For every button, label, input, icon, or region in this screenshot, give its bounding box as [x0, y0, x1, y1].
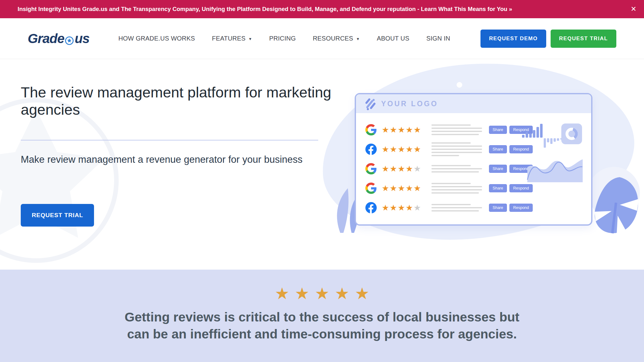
dashboard-illustration: YOUR LOGO ★★★★★ShareRespond★★★★★ShareRes… — [330, 59, 644, 270]
nav-item-about-us[interactable]: ABOUT US — [377, 35, 409, 42]
share-button: Share — [489, 145, 507, 153]
nav-item-features[interactable]: FEATURES▼ — [212, 35, 252, 42]
placeholder-line — [431, 124, 471, 126]
share-button: Share — [489, 184, 507, 192]
row-star-rating: ★★★★★ — [382, 126, 429, 134]
nav-item-label: HOW GRADE.US WORKS — [118, 35, 195, 42]
your-logo-label: YOUR LOGO — [381, 100, 438, 108]
review-row: ★★★★★ShareRespond — [365, 120, 533, 140]
rating-stars: ★★★★★ — [0, 285, 644, 302]
grade-us-logo[interactable]: Grade us — [28, 31, 89, 46]
star-filled-icon: ★ — [382, 203, 390, 212]
star-filled-icon: ★ — [406, 125, 414, 134]
star-filled-icon: ★ — [398, 145, 406, 154]
review-text-placeholder — [431, 140, 482, 158]
placeholder-line — [431, 131, 482, 132]
facebook-icon — [365, 202, 377, 213]
close-icon[interactable]: ✕ — [631, 6, 636, 13]
donut-chart — [564, 126, 579, 141]
placeholder-line — [431, 149, 482, 150]
hero-title: The review management platform for marke… — [21, 84, 338, 118]
respond-button: Respond — [509, 204, 533, 212]
logo-text-grade: Grade — [28, 31, 64, 46]
request-demo-button[interactable]: REQUEST DEMO — [480, 30, 546, 48]
share-button: Share — [489, 126, 507, 134]
main-navigation: Grade us HOW GRADE.US WORKSFEATURES▼PRIC… — [0, 18, 644, 59]
review-list: ★★★★★ShareRespond★★★★★ShareRespond★★★★★S… — [365, 120, 533, 217]
hero-request-trial-button[interactable]: REQUEST TRIAL — [21, 204, 94, 227]
placeholder-line — [431, 128, 482, 129]
review-actions: ShareRespond — [489, 184, 533, 192]
star-filled-icon: ★ — [382, 164, 390, 173]
your-logo-mark-icon — [364, 97, 377, 110]
nav-item-sign-in[interactable]: SIGN IN — [426, 35, 450, 42]
placeholder-line — [431, 210, 479, 211]
hero-section: The review management platform for marke… — [0, 59, 644, 270]
row-star-rating: ★★★★★ — [382, 204, 429, 212]
hero-subtitle: Make review management a revenue generat… — [21, 152, 323, 167]
review-row: ★★★★★ShareRespond — [365, 178, 533, 198]
placeholder-line — [431, 155, 459, 156]
review-row: ★★★★★ShareRespond — [365, 198, 533, 217]
row-star-rating: ★★★★★ — [382, 165, 429, 173]
testimonial-text: Getting reviews is critical to the succe… — [86, 309, 558, 343]
nav-item-how-grade-us-works[interactable]: HOW GRADE.US WORKS — [118, 35, 195, 42]
leaf-right-icon — [590, 174, 642, 236]
review-text-placeholder — [431, 181, 482, 195]
chevron-down-icon: ▼ — [248, 37, 252, 41]
nav-links: HOW GRADE.US WORKSFEATURES▼PRICINGRESOUR… — [118, 35, 450, 42]
nav-item-label: ABOUT US — [377, 35, 409, 42]
star-gold-icon: ★ — [275, 285, 289, 302]
review-actions: ShareRespond — [489, 165, 533, 173]
share-button: Share — [489, 165, 507, 173]
nav-item-label: RESOURCES — [313, 35, 353, 42]
star-filled-icon: ★ — [382, 145, 390, 154]
nav-item-resources[interactable]: RESOURCES▼ — [313, 35, 360, 42]
announcement-text: Insight Integrity Unites Grade.us and Th… — [0, 6, 512, 13]
star-filled-icon: ★ — [406, 145, 414, 154]
google-icon — [365, 183, 377, 194]
star-filled-icon: ★ — [390, 145, 397, 154]
star-filled-icon: ★ — [414, 145, 421, 154]
star-filled-icon: ★ — [390, 203, 397, 212]
star-filled-icon: ★ — [398, 125, 406, 134]
chevron-down-icon: ▼ — [356, 37, 360, 41]
star-filled-icon: ★ — [390, 184, 397, 193]
star-filled-icon: ★ — [398, 184, 406, 193]
review-text-placeholder — [431, 202, 482, 213]
respond-button: Respond — [509, 184, 533, 192]
announcement-banner: Insight Integrity Unites Grade.us and Th… — [0, 0, 644, 18]
star-circle-icon — [64, 36, 74, 45]
placeholder-line — [431, 207, 482, 208]
nav-item-label: FEATURES — [212, 35, 246, 42]
placeholder-line — [431, 204, 471, 205]
review-actions: ShareRespond — [489, 204, 533, 212]
hero-divider — [21, 140, 318, 140]
grade-us-landing-page: Insight Integrity Unites Grade.us and Th… — [0, 0, 644, 362]
review-row: ★★★★★ShareRespond — [365, 140, 533, 159]
request-trial-button[interactable]: REQUEST TRIAL — [551, 30, 616, 48]
google-icon — [365, 163, 377, 174]
star-filled-icon: ★ — [406, 164, 414, 173]
review-text-placeholder — [431, 163, 482, 174]
star-filled-icon: ★ — [390, 125, 397, 134]
bar-chart — [522, 123, 562, 149]
placeholder-line — [431, 165, 471, 166]
star-filled-icon: ★ — [382, 184, 390, 193]
star-gold-icon: ★ — [355, 285, 369, 302]
nav-item-label: SIGN IN — [426, 35, 450, 42]
placeholder-line — [431, 152, 482, 153]
nav-cta-group: REQUEST DEMO REQUEST TRIAL — [480, 30, 616, 48]
background-dot — [457, 82, 462, 88]
placeholder-line — [431, 134, 479, 135]
testimonial-section: ★★★★★ Getting reviews is critical to the… — [0, 270, 644, 362]
star-empty-icon: ★ — [414, 164, 421, 173]
star-filled-icon: ★ — [382, 125, 390, 134]
google-icon — [365, 124, 377, 135]
placeholder-line — [431, 189, 482, 190]
placeholder-line — [431, 145, 482, 147]
share-button: Share — [489, 204, 507, 212]
nav-item-pricing[interactable]: PRICING — [269, 35, 296, 42]
dashboard-card: YOUR LOGO ★★★★★ShareRespond★★★★★ShareRes… — [355, 93, 592, 226]
logo-text-us: us — [75, 31, 89, 46]
